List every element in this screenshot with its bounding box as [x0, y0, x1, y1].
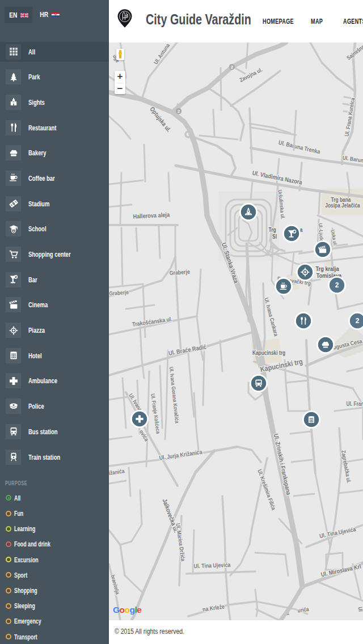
svg-text:Josipa Jelačića: Josipa Jelačića [325, 202, 360, 209]
svg-text:Ul.-Ljude: Ul.-Ljude [318, 223, 325, 242]
svg-text:Ul. Tina Ujevića: Ul. Tina Ujevića [193, 561, 231, 569]
svg-text:Trg: Trg [268, 227, 276, 233]
svg-text:Kapucinski trg: Kapucinski trg [252, 350, 286, 356]
svg-text:Ul. Fran: Ul. Fran [346, 401, 363, 407]
svg-text:Trg kralja: Trg kralja [315, 265, 339, 272]
svg-text:Sl: Sl [272, 234, 277, 240]
svg-text:Graberje: Graberje [169, 268, 191, 276]
svg-text:Ul: Ul [357, 607, 363, 612]
svg-text:2: 2 [178, 109, 180, 114]
svg-text:2: 2 [231, 65, 234, 70]
svg-text:2: 2 [335, 281, 339, 289]
svg-text:2: 2 [356, 317, 360, 325]
